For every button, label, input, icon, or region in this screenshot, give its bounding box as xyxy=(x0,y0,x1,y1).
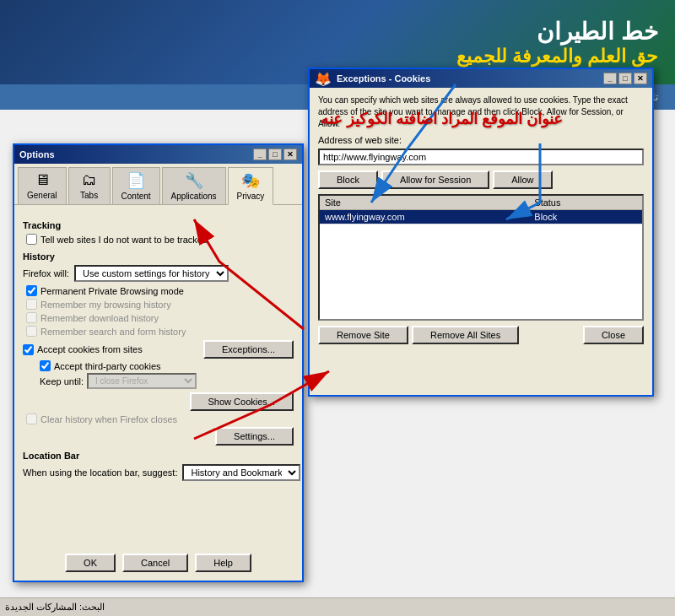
applications-icon: 🔧 xyxy=(185,171,203,190)
history-dropdown-row: Firefox will: Use custom settings for hi… xyxy=(23,265,294,282)
tracking-label: Tracking xyxy=(23,220,294,230)
settings-button[interactable]: Settings... xyxy=(215,427,294,446)
privacy-icon: 🎭 xyxy=(241,171,260,190)
permanent-private-checkbox[interactable] xyxy=(26,285,37,296)
cancel-button[interactable]: Cancel xyxy=(122,554,188,572)
history-label: History xyxy=(23,251,294,262)
exceptions-table: Site Status www.flyingway.com Block xyxy=(318,194,644,321)
suggest-select[interactable]: History and Bookmarks xyxy=(182,464,300,481)
third-party-row: Accept third-party cookies xyxy=(40,360,294,371)
exc-minimize-button[interactable]: _ xyxy=(603,73,617,84)
address-row: Address of web site: xyxy=(318,135,644,145)
remember-browsing-checkbox xyxy=(26,299,37,310)
tabs-icon: 🗂 xyxy=(82,171,97,189)
tracking-row: Tell web sites I do not want to be track… xyxy=(26,234,294,245)
location-bar-label: Location Bar xyxy=(23,451,294,461)
third-party-checkbox[interactable] xyxy=(40,360,51,371)
exc-titlebar-buttons: _ □ ✕ xyxy=(603,73,647,84)
row-status: Block xyxy=(529,210,642,224)
accept-cookies-label: Accept cookies from sites xyxy=(37,344,143,354)
maximize-button[interactable]: □ xyxy=(268,149,282,160)
row-site: www.flyingway.com xyxy=(320,210,529,224)
remember-search-row: Remember search and form history xyxy=(26,326,294,337)
cookies-section: Accept cookies from sites Exceptions... … xyxy=(23,340,294,446)
third-party-label: Accept third-party cookies xyxy=(54,361,161,371)
options-window: Options _ □ ✕ 🖥 General 🗂 Tabs 📄 Content… xyxy=(13,143,304,582)
settings-row: Settings... xyxy=(23,427,294,446)
options-title: Options xyxy=(19,149,55,159)
tab-general[interactable]: 🖥 General xyxy=(18,167,67,204)
general-icon: 🖥 xyxy=(35,171,50,189)
accept-cookies-row: Accept cookies from sites Exceptions... xyxy=(23,340,294,359)
keepuntil-select: I close Firefox xyxy=(87,373,197,389)
website-logo: خط الطيران حق العلم والمعرفة للجميع xyxy=(456,18,658,68)
exceptions-bottom-row: Remove Site Remove All Sites Close xyxy=(318,326,644,344)
exceptions-content: You can specify which web sites are alwa… xyxy=(310,88,652,351)
remember-browsing-label: Remember my browsing history xyxy=(40,300,171,310)
firefox-icon: 🦊 xyxy=(315,71,332,87)
firefox-will-label: Firefox will: xyxy=(23,268,69,278)
col-status: Status xyxy=(529,196,642,210)
remember-search-checkbox xyxy=(26,326,37,337)
help-button[interactable]: Help xyxy=(195,554,251,572)
tracking-text: Tell web sites I do not want to be track… xyxy=(40,235,208,245)
allow-session-button[interactable]: Allow for Session xyxy=(381,170,489,189)
keepuntil-row: Keep until: I close Firefox xyxy=(40,373,294,389)
exc-maximize-button[interactable]: □ xyxy=(618,73,632,84)
remember-search-label: Remember search and form history xyxy=(40,327,186,337)
titlebar-buttons: _ □ ✕ xyxy=(253,149,297,160)
tab-tabs[interactable]: 🗂 Tabs xyxy=(68,167,111,204)
permanent-private-row: Permanent Private Browsing mode xyxy=(26,285,294,296)
table-row[interactable]: www.flyingway.com Block xyxy=(320,210,642,224)
tab-content[interactable]: 📄 Content xyxy=(112,167,160,204)
clear-history-row: Clear history when Firefox closes xyxy=(26,413,294,424)
block-button[interactable]: Block xyxy=(318,170,378,189)
address-input-row xyxy=(318,149,644,165)
accept-cookies-checkbox[interactable] xyxy=(23,344,34,355)
exception-action-buttons: Block Allow for Session Allow xyxy=(318,170,644,189)
bottom-status-bar: البحث: المشاركات الجديدة xyxy=(0,597,675,616)
col-site: Site xyxy=(320,196,529,210)
exceptions-window: 🦊 Exceptions - Cookies _ □ ✕ You can spe… xyxy=(308,68,654,397)
options-bottom-buttons: OK Cancel Help xyxy=(14,554,302,572)
remember-download-checkbox xyxy=(26,312,37,323)
status-text: البحث: المشاركات الجديدة xyxy=(5,602,105,613)
close-button-exc[interactable]: Close xyxy=(583,326,644,344)
remember-download-label: Remember download history xyxy=(40,313,159,323)
options-tabs: 🖥 General 🗂 Tabs 📄 Content 🔧 Application… xyxy=(14,164,302,205)
address-input[interactable] xyxy=(318,149,644,165)
address-label: Address of web site: xyxy=(318,135,402,145)
suggest-row: When using the location bar, suggest: Hi… xyxy=(23,464,294,481)
exceptions-button[interactable]: Exceptions... xyxy=(203,340,294,359)
exceptions-title: Exceptions - Cookies xyxy=(337,73,430,84)
minimize-button[interactable]: _ xyxy=(253,149,267,160)
exceptions-table-inner: Site Status www.flyingway.com Block xyxy=(320,196,642,224)
tracking-checkbox[interactable] xyxy=(26,234,37,245)
tab-privacy[interactable]: 🎭 Privacy xyxy=(228,167,274,205)
options-titlebar: Options _ □ ✕ xyxy=(14,145,302,164)
remove-site-button[interactable]: Remove Site xyxy=(318,326,408,344)
content-icon: 📄 xyxy=(127,171,145,190)
clear-history-checkbox xyxy=(26,413,37,424)
show-cookies-button[interactable]: Show Cookies... xyxy=(190,392,294,411)
allow-button[interactable]: Allow xyxy=(493,170,552,189)
options-content: Tracking Tell web sites I do not want to… xyxy=(14,205,302,493)
show-cookies-row: Show Cookies... xyxy=(23,392,294,411)
remember-browsing-row: Remember my browsing history xyxy=(26,299,294,310)
suggest-label: When using the location bar, suggest: xyxy=(23,467,177,478)
clear-history-label: Clear history when Firefox closes xyxy=(40,414,177,424)
exc-close-button[interactable]: ✕ xyxy=(634,73,647,84)
exceptions-titlebar: 🦊 Exceptions - Cookies _ □ ✕ xyxy=(310,69,652,88)
remember-download-row: Remember download history xyxy=(26,312,294,323)
firefox-will-select[interactable]: Use custom settings for history xyxy=(74,265,229,282)
permanent-private-label: Permanent Private Browsing mode xyxy=(40,286,184,296)
ok-button[interactable]: OK xyxy=(65,554,116,572)
exceptions-description: You can specify which web sites are alwa… xyxy=(318,95,644,130)
keepuntil-label: Keep until: xyxy=(40,376,84,386)
remove-all-button[interactable]: Remove All Sites xyxy=(412,326,519,344)
tab-applications[interactable]: 🔧 Applications xyxy=(162,167,226,204)
close-button[interactable]: ✕ xyxy=(284,149,297,160)
